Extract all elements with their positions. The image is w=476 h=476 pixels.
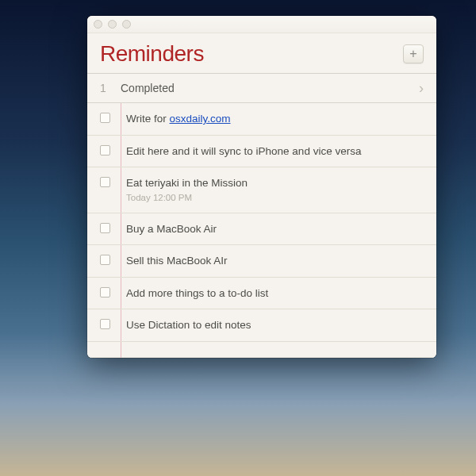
empty-ruled-line [87, 342, 436, 358]
reminder-checkbox[interactable] [100, 319, 110, 329]
reminder-checkbox[interactable] [100, 177, 110, 187]
reminder-text: Add more things to a to-do list [126, 286, 424, 301]
app-title: Reminders [100, 41, 204, 67]
reminder-text: Edit here and it will sync to iPhone and… [126, 144, 424, 159]
reminder-item[interactable]: Buy a MacBook Air [87, 213, 436, 246]
reminder-checkbox[interactable] [100, 113, 110, 123]
reminder-text: Buy a MacBook Air [126, 222, 424, 236]
reminder-checkbox[interactable] [100, 255, 110, 265]
zoom-window-button[interactable] [122, 20, 131, 29]
reminders-window: Reminders + 1 Completed › Write for osxd… [87, 16, 436, 358]
completed-label: Completed [121, 82, 175, 94]
reminder-item[interactable]: Use Dictation to edit notes [87, 309, 436, 342]
chevron-right-icon: › [419, 80, 424, 97]
reminder-checkbox[interactable] [100, 287, 110, 298]
minimize-window-button[interactable] [108, 20, 117, 29]
close-window-button[interactable] [94, 20, 102, 29]
reminder-due-date: Today 12:00 PM [126, 192, 424, 204]
reminder-text: Write for osxdaily.com [126, 112, 424, 126]
reminder-text: Sell this MacBook AIr [126, 254, 424, 268]
completed-row[interactable]: 1 Completed › [87, 74, 436, 103]
reminder-item[interactable]: Add more things to a to-do list [87, 278, 436, 310]
reminder-item[interactable]: Sell this MacBook AIr [87, 245, 436, 278]
window-titlebar [87, 16, 436, 33]
add-reminder-button[interactable]: + [403, 44, 424, 63]
completed-count: 1 [100, 82, 121, 94]
plus-icon: + [409, 47, 416, 61]
reminder-item[interactable]: Edit here and it will sync to iPhone and… [87, 136, 436, 168]
reminder-text: Eat teriyaki in the Mission [126, 176, 424, 190]
reminder-checkbox[interactable] [100, 223, 110, 233]
reminder-checkbox[interactable] [100, 145, 110, 155]
reminders-list: Write for osxdaily.com Edit here and it … [87, 103, 436, 358]
reminder-item[interactable]: Write for osxdaily.com [87, 103, 436, 136]
reminder-link[interactable]: osxdaily.com [170, 113, 231, 125]
header: Reminders + [87, 33, 436, 74]
reminder-text: Use Dictation to edit notes [126, 318, 424, 332]
reminder-item[interactable]: Eat teriyaki in the Mission Today 12:00 … [87, 167, 436, 213]
